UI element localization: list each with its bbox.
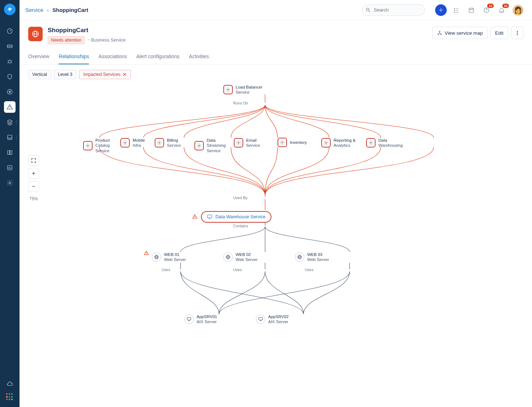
node-product-catalog[interactable]: ProductCatalog Service — [83, 138, 124, 153]
edge-label-runs: Runs On — [232, 101, 249, 105]
svg-point-25 — [325, 142, 327, 144]
svg-point-3 — [7, 89, 12, 94]
sidebar: ⋮ ⋮ — [0, 0, 20, 354]
filter-level[interactable]: Level 3 — [54, 70, 76, 79]
svg-point-6 — [9, 182, 11, 184]
add-button[interactable] — [435, 4, 447, 16]
graph[interactable]: Load BalancerService Runs On ProductCata… — [28, 83, 523, 343]
nav-dashboard-icon[interactable] — [4, 25, 16, 37]
tab-activities[interactable]: Activities — [189, 49, 209, 64]
canvas: + − 75% — [20, 83, 532, 354]
tab-relationships[interactable]: Relationships — [59, 49, 89, 64]
tasks-icon[interactable] — [450, 4, 462, 16]
nav-docs-icon[interactable] — [4, 147, 16, 158]
svg-point-17 — [517, 34, 518, 35]
zoom-out-button[interactable]: − — [28, 181, 39, 192]
status-badge: Needs attention — [48, 36, 85, 44]
nav-alerts-icon[interactable] — [4, 101, 16, 113]
svg-point-12 — [439, 31, 440, 32]
node-inventory[interactable]: Inventory — [278, 138, 307, 147]
more-actions-button[interactable] — [511, 27, 523, 39]
nav-tickets-icon[interactable] — [4, 40, 16, 52]
page-title: ShoppingCart — [48, 27, 126, 34]
zoom-controls: + − 75% — [28, 155, 39, 201]
svg-point-26 — [370, 142, 372, 144]
node-data-streaming[interactable]: DataStreaming Service — [194, 138, 236, 153]
svg-rect-34 — [187, 318, 191, 320]
edge-label-used: Used By — [232, 196, 248, 200]
svg-point-20 — [124, 142, 126, 144]
node-appsrv01[interactable]: AppSRV01AIX Server — [184, 314, 217, 325]
node-mobile-infra[interactable]: MobileInfra — [120, 138, 145, 148]
search-box — [362, 4, 425, 16]
breadcrumb-parent[interactable]: Service — [25, 7, 43, 13]
edge-label-uses-2: Uses — [232, 267, 243, 272]
edge-label-uses-3: Uses — [304, 267, 314, 272]
filter-impacted[interactable]: Impacted Services ✕ — [79, 70, 131, 79]
view-map-button[interactable]: View service map — [432, 27, 488, 39]
svg-point-18 — [227, 89, 229, 91]
edge-label-contains: Contains — [232, 224, 249, 228]
nav-settings-icon[interactable] — [4, 177, 16, 189]
svg-point-7 — [366, 8, 369, 11]
more-vertical-icon — [515, 30, 520, 36]
breadcrumb-current: ShoppingCart — [52, 7, 88, 13]
node-email[interactable]: EmailService — [234, 138, 260, 148]
tab-alert-configurations[interactable]: Alert configurations — [136, 49, 180, 64]
graph-edges — [28, 83, 523, 343]
nav-shield-icon[interactable] — [4, 71, 16, 82]
filter-orientation[interactable]: Vertical — [28, 70, 51, 79]
svg-point-14 — [441, 34, 442, 35]
node-appsrv02[interactable]: AppSRV02AIX Server — [256, 314, 289, 325]
svg-point-13 — [438, 34, 439, 35]
zoom-in-button[interactable]: + — [28, 168, 39, 179]
node-billing[interactable]: BillingService — [155, 138, 181, 148]
svg-point-2 — [8, 60, 11, 63]
nav-layers-icon[interactable]: ⋮ — [4, 116, 16, 128]
node-load-balancer[interactable]: Load BalancerService — [223, 85, 262, 95]
node-web03[interactable]: WEB 03Web Server — [295, 252, 329, 262]
help-icon[interactable]: 12 — [481, 4, 492, 16]
svg-point-24 — [282, 142, 283, 143]
map-icon — [437, 30, 442, 36]
node-web02[interactable]: WEB 02Web Server — [223, 252, 258, 262]
tabs: Overview Relationships Associations Aler… — [20, 49, 532, 65]
app-logo[interactable] — [4, 4, 16, 15]
tab-overview[interactable]: Overview — [28, 49, 49, 64]
svg-point-22 — [198, 145, 200, 146]
node-data-warehouse-service[interactable]: Data Warehouse Service — [201, 211, 271, 223]
nav-bugs-icon[interactable] — [4, 56, 16, 67]
svg-point-16 — [517, 33, 518, 33]
service-type: Business Service — [88, 38, 126, 43]
node-web01[interactable]: WEB 01Web Server — [152, 252, 186, 262]
topbar: Service › ShoppingCart 12 12 👩 — [20, 0, 532, 20]
edit-button[interactable]: Edit — [490, 27, 508, 39]
chevron-right-icon: › — [47, 7, 49, 13]
nav-reports-icon[interactable] — [4, 162, 16, 173]
filters: Vertical Level 3 Impacted Services ✕ — [20, 65, 532, 83]
edge-label-uses-1: Uses — [161, 267, 171, 272]
node-data-warehousing[interactable]: DataWarehousing — [366, 138, 403, 148]
search-icon — [365, 7, 371, 13]
monitor-icon — [207, 214, 213, 220]
fullscreen-button[interactable] — [28, 155, 39, 166]
node-reporting[interactable]: Reporting &Analytics — [321, 138, 356, 148]
svg-rect-35 — [259, 318, 263, 320]
service-icon — [28, 27, 43, 41]
alert-icon — [144, 250, 149, 256]
alert-icon — [192, 214, 197, 219]
calendar-icon[interactable] — [466, 4, 477, 16]
svg-point-21 — [159, 142, 160, 144]
tab-associations[interactable]: Associations — [98, 49, 127, 64]
bell-icon[interactable]: 12 — [496, 4, 507, 16]
svg-rect-27 — [207, 215, 212, 218]
svg-rect-8 — [469, 8, 473, 12]
close-icon[interactable]: ✕ — [123, 72, 127, 77]
svg-point-15 — [517, 31, 518, 32]
help-badge: 12 — [487, 4, 494, 8]
nav-inbox-icon[interactable]: ⋮ — [4, 132, 16, 143]
search-input[interactable] — [362, 4, 425, 16]
page-header: ShoppingCart Needs attention Business Se… — [20, 20, 532, 44]
nav-bolt-icon[interactable] — [4, 86, 16, 98]
avatar[interactable]: 👩 — [512, 5, 523, 16]
